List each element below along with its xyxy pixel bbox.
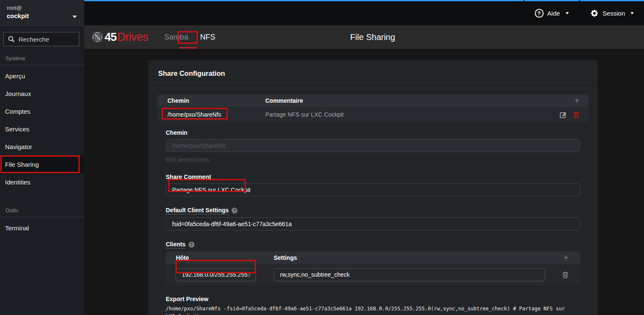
card-title: Share Configuration (148, 60, 598, 85)
clients-table: Hôte Settings + (166, 251, 580, 285)
brand-45: 45 (105, 31, 116, 44)
session-menu-label: Session (603, 10, 625, 17)
share-comment-input[interactable] (166, 183, 580, 196)
session-menu[interactable]: Session (580, 0, 644, 25)
client-row (166, 264, 580, 285)
sidebar-item-navigator[interactable]: Navigator (0, 138, 84, 155)
export-preview-text: /home/pxo/ShareNfs -fsid=0fa5ceda-df6f-4… (166, 305, 575, 315)
sidebar-item-services[interactable]: Services (0, 120, 84, 138)
search-input[interactable] (19, 36, 102, 43)
page-title: File Sharing (350, 32, 395, 42)
share-table-row: /home/pxo/ShareNfs Partage NFS sur LXC C… (157, 107, 589, 122)
search-box[interactable] (3, 32, 79, 46)
add-share-button[interactable]: + (574, 96, 579, 105)
host-name: cockpit (7, 12, 78, 20)
brand-drives: Drives (117, 31, 148, 44)
share-configuration-card: Share Configuration Chemin Commentaire +… (148, 60, 598, 315)
masthead: ? Aide Session (84, 0, 644, 25)
path-input (166, 139, 580, 152)
gear-icon (590, 9, 599, 18)
sidebar-item-file-sharing[interactable]: File Sharing (0, 155, 84, 173)
main-content: Share Configuration Chemin Commentaire +… (84, 49, 644, 315)
search-icon (8, 36, 15, 43)
delete-share-button[interactable] (573, 111, 579, 118)
sidebar-item-identities[interactable]: Identities (0, 173, 84, 191)
chevron-down-icon (631, 12, 634, 14)
help-icon[interactable]: ? (232, 208, 237, 214)
edit-permissions-link: Edit permissions (166, 156, 580, 163)
chevron-down-icon (566, 12, 569, 14)
help-menu-label: Aide (547, 10, 560, 17)
sidebar: root@ cockpit Système Aperçu Journaux Co… (0, 0, 84, 315)
masthead-spacer (84, 0, 524, 25)
sidebar-item-journaux[interactable]: Journaux (0, 85, 84, 102)
divider (0, 217, 84, 217)
add-client-button[interactable]: + (563, 254, 569, 262)
sidebar-section-tools: Outils (5, 208, 84, 214)
shares-table: Chemin Commentaire + /home/pxo/ShareNfs … (157, 94, 589, 122)
delete-client-button[interactable] (562, 271, 569, 278)
col-header-chemin: Chemin (167, 97, 265, 104)
tab-active-indicator (179, 47, 197, 48)
clients-label: Clients ? (166, 241, 580, 248)
share-comment-cell: Partage NFS sur LXC Cockpit (265, 111, 560, 118)
plugin-header: 45Drives Samba NFS File Sharing (84, 25, 644, 49)
edit-share-button[interactable] (560, 111, 567, 118)
help-icon[interactable]: ? (189, 242, 194, 248)
share-path-cell: /home/pxo/ShareNfs (167, 111, 265, 118)
tab-samba[interactable]: Samba (164, 33, 189, 42)
tab-nfs[interactable]: NFS (200, 33, 216, 42)
col-header-hote: Hôte (176, 254, 274, 261)
chevron-down-icon (73, 16, 77, 18)
sidebar-item-apercu[interactable]: Aperçu (0, 67, 84, 85)
user-menu[interactable]: root@ cockpit (0, 0, 84, 26)
default-client-settings-input[interactable] (166, 217, 580, 230)
divider (0, 65, 84, 65)
client-host-input[interactable] (175, 268, 256, 281)
sidebar-section-system: Système (5, 56, 84, 61)
help-question-icon: ? (535, 9, 544, 18)
user-name: root@ (7, 4, 78, 12)
default-client-settings-label: Default Client Settings ? (166, 207, 580, 214)
sidebar-item-terminal[interactable]: Terminal (0, 219, 84, 237)
sidebar-item-comptes[interactable]: Comptes (0, 102, 84, 120)
share-form: Chemin Edit permissions Share Comment De… (166, 129, 580, 315)
shares-table-header: Chemin Commentaire + (157, 94, 589, 107)
clients-table-header: Hôte Settings + (166, 251, 580, 264)
col-header-settings: Settings (274, 254, 563, 261)
path-label: Chemin (166, 129, 580, 136)
col-header-commentaire: Commentaire (265, 97, 574, 104)
client-settings-input[interactable] (274, 268, 545, 281)
help-menu[interactable]: ? Aide (525, 0, 579, 25)
share-comment-label: Share Comment (166, 174, 580, 180)
export-preview-label: Export Preview (166, 296, 580, 302)
